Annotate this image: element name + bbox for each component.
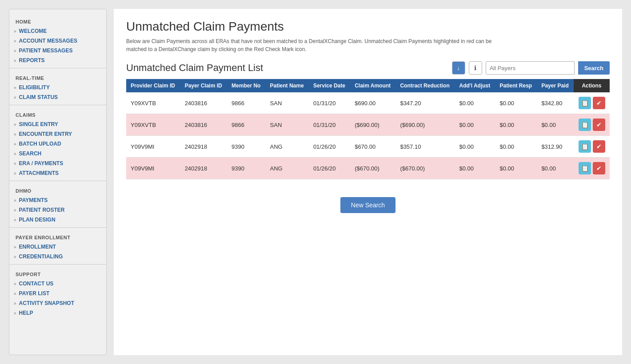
col-header-member-no: Member No (227, 79, 265, 92)
chevron-icon: » (14, 39, 16, 44)
download-icon-btn[interactable]: ↓ (452, 61, 465, 75)
list-title: Unmatched Claim Payment List (126, 62, 448, 74)
search-button[interactable]: Search (578, 61, 610, 75)
chevron-icon: » (14, 245, 16, 249)
table-cell-actions: 📋 ✔ (574, 136, 610, 158)
table-cell-7: $0.00 (455, 158, 495, 179)
sidebar-item-eligibility[interactable]: »ELIGIBILITY (9, 83, 106, 92)
sidebar-item-reports[interactable]: »REPORTS (9, 55, 106, 65)
new-search-button[interactable]: New Search (340, 197, 395, 213)
sidebar-item-payer-list[interactable]: »PAYER LIST (9, 289, 106, 298)
table-cell-8: $0.00 (495, 92, 537, 114)
info-icon-btn[interactable]: ℹ (469, 61, 482, 75)
sidebar-divider (9, 68, 106, 68)
sidebar-divider (9, 181, 106, 181)
sidebar: HOME»WELCOME»ACCOUNT MESSAGES»PATIENT ME… (9, 9, 107, 355)
check-action-button[interactable]: ✔ (593, 97, 605, 109)
search-input[interactable] (486, 61, 575, 75)
sidebar-item-attachments[interactable]: »ATTACHMENTS (9, 168, 106, 178)
sidebar-item-help[interactable]: »HELP (9, 308, 106, 318)
sidebar-item-search[interactable]: »SEARCH (9, 149, 106, 158)
chevron-icon: » (14, 132, 16, 137)
chevron-icon: » (14, 122, 16, 127)
col-header-patient-resp: Patient Resp (495, 79, 537, 92)
sidebar-item-credentialing[interactable]: »CREDENTIALING (9, 252, 106, 261)
table-cell-0: Y09V9MI (126, 136, 180, 158)
table-cell-5: $670.00 (350, 136, 395, 158)
table-cell-1: 2402918 (180, 158, 227, 179)
check-action-button[interactable]: ✔ (593, 162, 605, 174)
table-cell-5: $690.00 (350, 92, 395, 114)
col-header-actions: Actions (574, 79, 610, 92)
chevron-icon: » (14, 218, 16, 222)
col-header-claim-amount: Claim Amount (350, 79, 395, 92)
col-header-payer-claim-id: Payer Claim ID (180, 79, 227, 92)
sidebar-item-patient-messages[interactable]: »PATIENT MESSAGES (9, 46, 106, 55)
sidebar-divider (9, 264, 106, 265)
sidebar-divider (9, 105, 106, 105)
table-cell-actions: 📋 ✔ (574, 158, 610, 179)
sidebar-item-claim-status[interactable]: »CLAIM STATUS (9, 92, 106, 102)
table-cell-6: ($670.00) (395, 158, 455, 179)
table-cell-4: 01/31/20 (309, 92, 350, 114)
table-cell-5: ($690.00) (350, 114, 395, 136)
sidebar-item-activity-snapshot[interactable]: »ACTIVITY SNAPSHOT (9, 298, 106, 308)
table-cell-6: $357.10 (395, 136, 455, 158)
sidebar-item-contact-us[interactable]: »CONTACT US (9, 279, 106, 289)
table-cell-3: SAN (266, 114, 309, 136)
table-cell-0: Y09XVTB (126, 92, 180, 114)
chevron-icon: » (14, 29, 16, 34)
table-cell-4: 01/31/20 (309, 114, 350, 136)
page-title: Unmatched Claim Payments (126, 20, 610, 34)
table-cell-7: $0.00 (455, 92, 495, 114)
sidebar-item-encounter-entry[interactable]: »ENCOUNTER ENTRY (9, 129, 106, 139)
sidebar-divider (9, 227, 106, 228)
main-content: Unmatched Claim Payments Below are Claim… (114, 9, 622, 355)
check-action-button[interactable]: ✔ (593, 119, 605, 131)
table-header-row: Provider Claim IDPayer Claim IDMember No… (126, 79, 610, 92)
copy-action-button[interactable]: 📋 (579, 140, 591, 153)
copy-action-button[interactable]: 📋 (579, 162, 591, 174)
table-cell-0: Y09XVTB (126, 114, 180, 136)
sidebar-section-header-0: HOME (9, 15, 106, 26)
check-action-button[interactable]: ✔ (593, 140, 605, 153)
table-cell-1: 2403816 (180, 114, 227, 136)
table-cell-3: ANG (266, 158, 309, 179)
table-body: Y09XVTB24038169866SAN01/31/20$690.00$347… (126, 92, 610, 179)
chevron-icon: » (14, 311, 16, 316)
table-cell-5: ($670.00) (350, 158, 395, 179)
copy-action-button[interactable]: 📋 (579, 97, 591, 109)
chevron-icon: » (14, 161, 16, 166)
sidebar-section-header-2: CLAIMS (9, 108, 106, 119)
chevron-icon: » (14, 208, 16, 213)
table-cell-9: $0.00 (537, 158, 573, 179)
chevron-icon: » (14, 95, 16, 100)
table-cell-3: SAN (266, 92, 309, 114)
sidebar-item-welcome[interactable]: »WELCOME (9, 26, 106, 36)
page-description: Below are Claim Payments across all ERAs… (126, 37, 508, 53)
table-cell-8: $0.00 (495, 158, 537, 179)
table-cell-1: 2402918 (180, 136, 227, 158)
copy-action-button[interactable]: 📋 (579, 119, 591, 131)
sidebar-item-account-messages[interactable]: »ACCOUNT MESSAGES (9, 36, 106, 46)
sidebar-item-plan-design[interactable]: »PLAN DESIGN (9, 215, 106, 225)
chevron-icon: » (14, 281, 16, 286)
table-cell-6: $347.20 (395, 92, 455, 114)
table-cell-0: Y09V9MI (126, 158, 180, 179)
chevron-icon: » (14, 254, 16, 259)
table-cell-9: $0.00 (537, 114, 573, 136)
sidebar-item-payments[interactable]: »PAYMENTS (9, 195, 106, 205)
sidebar-item-patient-roster[interactable]: »PATIENT ROSTER (9, 205, 106, 215)
sidebar-section-header-5: SUPPORT (9, 267, 106, 279)
sidebar-item-batch-upload[interactable]: »BATCH UPLOAD (9, 139, 106, 149)
sidebar-section-header-3: DHMO (9, 184, 106, 195)
sidebar-item-enrollment[interactable]: »ENROLLMENT (9, 242, 106, 252)
table-row: Y09V9MI24029189390ANG01/26/20$670.00$357… (126, 136, 610, 158)
sidebar-item-single-entry[interactable]: »SINGLE ENTRY (9, 119, 106, 129)
sidebar-item-era-/-payments[interactable]: »ERA / PAYMENTS (9, 158, 106, 168)
table-cell-2: 9390 (227, 158, 265, 179)
table-cell-2: 9866 (227, 92, 265, 114)
table-cell-actions: 📋 ✔ (574, 92, 610, 114)
col-header-add'l-adjust: Add'l Adjust (455, 79, 495, 92)
table-cell-1: 2403816 (180, 92, 227, 114)
